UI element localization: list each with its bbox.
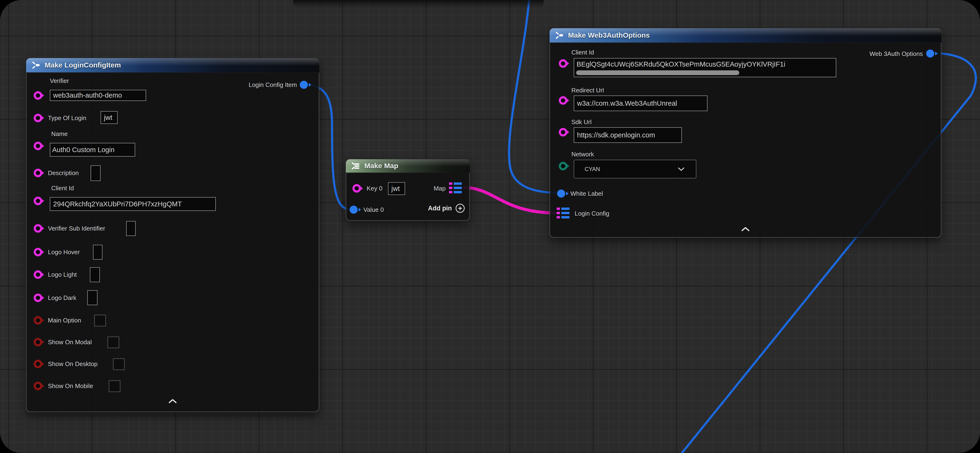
node-header[interactable]: Make Web3AuthOptions <box>549 28 941 43</box>
make-struct-icon <box>554 31 564 40</box>
verifier-sub-identifier-input[interactable] <box>126 221 136 236</box>
main-option-checkbox[interactable] <box>94 315 106 326</box>
pin-name[interactable] <box>34 142 42 150</box>
pin-client-id[interactable] <box>34 196 42 205</box>
output-pin-label: Map <box>434 185 445 192</box>
pin-verifier[interactable] <box>34 91 42 100</box>
client-id-input[interactable]: BEglQSgt4cUWcj6SKRdu5QkOXTsePmMcusG5EAoy… <box>574 58 836 77</box>
pin-label: Main Option <box>48 317 81 324</box>
output-pin-login-config-item[interactable] <box>300 81 308 89</box>
pin-client-id[interactable] <box>559 59 567 68</box>
logo-hover-input[interactable] <box>93 245 102 260</box>
node-title: Make Map <box>364 162 398 170</box>
chevron-down-icon <box>678 166 684 173</box>
blueprint-editor-screenshot: Make LoginConfigItem Login Config Item V… <box>0 0 980 453</box>
pin-show-on-modal[interactable] <box>34 338 42 346</box>
pin-show-on-mobile[interactable] <box>34 382 42 390</box>
type-of-login-input[interactable]: jwt <box>100 111 118 124</box>
pin-show-on-desktop[interactable] <box>34 360 42 368</box>
add-pin-button[interactable]: Add pin + <box>428 204 465 213</box>
pin-white-label[interactable] <box>557 190 565 198</box>
add-pin-label: Add pin <box>428 205 452 212</box>
redirect-url-input[interactable]: w3a://com.w3a.Web3AuthUnreal <box>574 95 708 111</box>
logo-dark-input[interactable] <box>87 290 97 305</box>
pin-label: Key 0 <box>367 185 383 192</box>
pin-label: Redirect Url <box>571 87 604 94</box>
node-header[interactable]: Make LoginConfigItem <box>26 58 319 73</box>
make-struct-icon <box>31 61 41 70</box>
pin-value-0[interactable] <box>350 206 358 214</box>
network-dropdown[interactable]: CYAN <box>574 160 696 178</box>
pin-login-config[interactable] <box>557 207 570 219</box>
collapse-node-button[interactable] <box>169 399 177 404</box>
key-0-input[interactable]: jwt <box>388 182 405 195</box>
pin-label: White Label <box>570 190 603 197</box>
offscreen-node-bottom-edge[interactable] <box>293 0 544 8</box>
node-title: Make Web3AuthOptions <box>568 31 650 39</box>
pin-label: Network <box>571 150 594 158</box>
make-map-icon <box>350 162 361 170</box>
pin-label: Logo Hover <box>48 248 80 256</box>
pin-key-0[interactable] <box>352 184 361 193</box>
node-title: Make LoginConfigItem <box>45 61 121 69</box>
output-pin-label: Web 3Auth Options <box>869 50 923 57</box>
pin-description[interactable] <box>34 169 42 177</box>
pin-label: Logo Dark <box>48 294 76 302</box>
pin-label: Verifier <box>50 77 69 85</box>
pin-main-option[interactable] <box>34 316 42 325</box>
collapse-node-button[interactable] <box>741 227 750 231</box>
blueprint-canvas[interactable]: Make LoginConfigItem Login Config Item V… <box>0 0 980 453</box>
pin-label: Verifier Sub Identifier <box>48 225 105 232</box>
pin-label: Client Id <box>51 184 74 192</box>
output-pin-label: Login Config Item <box>248 81 297 89</box>
show-on-mobile-checkbox[interactable] <box>109 380 121 392</box>
verifier-input[interactable]: web3auth-auth0-demo <box>50 90 146 101</box>
output-pin-web3auth-options[interactable] <box>926 49 934 57</box>
pin-logo-hover[interactable] <box>34 248 42 257</box>
pin-verifier-sub-identifier[interactable] <box>34 224 42 233</box>
sdk-url-input[interactable]: https://sdk.openlogin.com <box>574 127 682 143</box>
node-make-loginconfigitem[interactable]: Make LoginConfigItem Login Config Item V… <box>26 58 319 412</box>
show-on-desktop-checkbox[interactable] <box>113 358 125 370</box>
pin-network[interactable] <box>559 162 567 170</box>
pin-logo-light[interactable] <box>34 270 42 279</box>
pin-label: Value 0 <box>363 206 384 214</box>
pin-label: Show On Desktop <box>48 360 98 368</box>
pin-label: Name <box>51 130 68 138</box>
description-input[interactable] <box>91 165 100 181</box>
pin-label: Login Config <box>575 210 609 217</box>
add-pin-plus-icon: + <box>456 204 465 213</box>
client-id-scrollbar[interactable] <box>576 70 739 75</box>
pin-redirect-url[interactable] <box>559 96 567 105</box>
show-on-modal-checkbox[interactable] <box>107 336 119 348</box>
node-make-web3authoptions[interactable]: Make Web3AuthOptions Web 3Auth Options C… <box>549 28 941 238</box>
pin-label: Sdk Url <box>571 118 592 126</box>
node-header[interactable]: Make Map <box>346 159 470 173</box>
pin-label: Description <box>48 169 79 177</box>
pin-logo-dark[interactable] <box>34 293 42 302</box>
pin-label: Client Id <box>571 49 594 56</box>
pin-label: Logo Light <box>48 271 76 279</box>
name-input[interactable]: Auth0 Custom Login <box>50 143 135 157</box>
pin-label: Show On Mobile <box>48 382 93 390</box>
pin-label: Show On Modal <box>48 338 92 346</box>
output-pin-map[interactable] <box>449 182 463 193</box>
node-make-map[interactable]: Make Map Key 0 jwt Map Value 0 <box>346 159 470 221</box>
pin-label: Type Of Login <box>48 114 86 122</box>
client-id-value: BEglQSgt4cUWcj6SKRdu5QkOXTsePmMcusG5EAoy… <box>577 60 785 68</box>
pin-sdk-url[interactable] <box>559 128 567 136</box>
pin-type-of-login[interactable] <box>34 114 42 122</box>
network-selected-value: CYAN <box>585 166 600 173</box>
logo-light-input[interactable] <box>90 267 100 282</box>
client-id-input[interactable]: 294QRkchfq2YaXUbPri7D6PH7xzHgQMT <box>50 197 216 211</box>
